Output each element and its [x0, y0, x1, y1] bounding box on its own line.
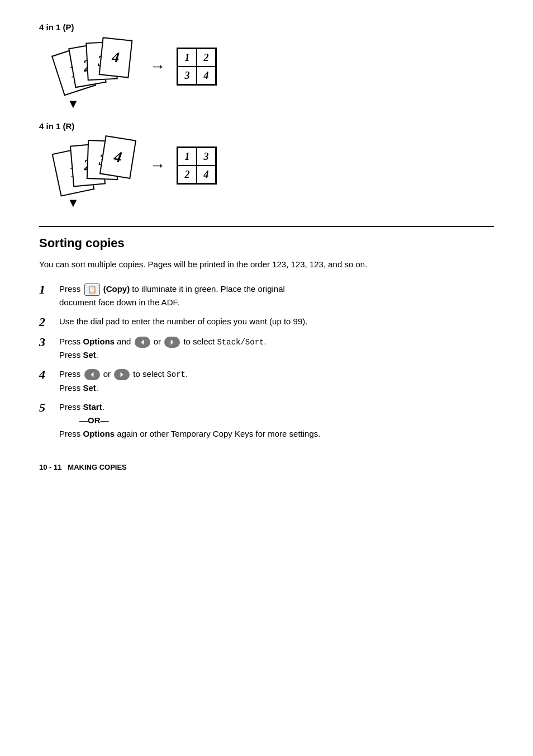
step-5: 5 Press Start. —OR— Press Options again …	[39, 400, 494, 441]
step-content-3: Press Options and or to select Stack/Sor…	[59, 335, 494, 362]
result-grid-4in1p: 1 2 3 4	[177, 48, 217, 86]
down-arrow-4in1p: ▼	[67, 97, 494, 111]
svg-marker-2	[91, 372, 93, 378]
stack-sort-code: Stack/Sort	[217, 338, 264, 347]
footer-section: MAKING COPIES	[68, 463, 126, 471]
start-label: Start	[83, 402, 102, 412]
step-num-4: 4	[39, 367, 55, 382]
page-card-r4: 4	[99, 135, 136, 179]
diagram-label-4in1p: 4 in 1 (P)	[39, 22, 494, 32]
nav-right-4	[114, 369, 130, 380]
result-grid-4in1r: 1 3 2 4	[177, 147, 217, 185]
or-line: —OR—	[79, 415, 109, 425]
step-num-5: 5	[39, 400, 55, 415]
cell-r3: 3	[197, 148, 216, 166]
diagram-section-4in1p: 4 in 1 (P) 1 2 3 4 → 1 2 3 4 ▼	[39, 22, 494, 111]
copy-button-icon	[84, 284, 100, 296]
footer-page: 10 - 11	[39, 463, 61, 471]
cell-3: 3	[178, 67, 197, 84]
cell-4: 4	[197, 67, 216, 84]
sorting-copies-section: Sorting copies You can sort multiple cop…	[39, 226, 494, 441]
step-4: 4 Press or to select Sort. Press Set.	[39, 367, 494, 394]
step-3: 3 Press Options and or to select Stack/S…	[39, 335, 494, 362]
diagram-row-4in1p: 1 2 3 4 → 1 2 3 4	[56, 39, 494, 94]
svg-marker-0	[141, 339, 144, 345]
arrow-4in1r: →	[150, 157, 165, 174]
diagram-section-4in1r: 4 in 1 (R) 1 2 3 4 → 1 3 2 4 ▼	[39, 121, 494, 210]
svg-marker-1	[171, 339, 174, 345]
down-arrow-4in1r: ▼	[67, 196, 494, 210]
step-num-3: 3	[39, 335, 55, 349]
steps-list: 1 Press (Copy) to illuminate it in green…	[39, 282, 494, 441]
page-card-4: 4	[99, 37, 133, 78]
arrow-4in1p: →	[150, 58, 165, 75]
pages-stack-4in1p: 1 2 3 4	[56, 39, 134, 94]
step-2: 2 Use the dial pad to enter the number o…	[39, 315, 494, 329]
step-content-2: Use the dial pad to enter the number of …	[59, 315, 494, 328]
options-label-5: Options	[83, 429, 115, 438]
cell-2: 2	[197, 49, 216, 67]
step-content-1: Press (Copy) to illuminate it in green. …	[59, 282, 494, 309]
step-num-1: 1	[39, 282, 55, 297]
step-num-2: 2	[39, 315, 55, 329]
section-divider	[39, 226, 494, 227]
set-label-3: Set	[83, 350, 96, 360]
diagram-row-4in1r: 1 2 3 4 → 1 3 2 4	[56, 138, 494, 193]
cell-r1: 1	[178, 148, 197, 166]
footer: 10 - 11 MAKING COPIES	[39, 463, 494, 471]
nav-left-3	[135, 337, 150, 348]
copy-label: (Copy)	[103, 284, 130, 294]
diagram-label-4in1r: 4 in 1 (R)	[39, 121, 494, 131]
step-content-5: Press Start. —OR— Press Options again or…	[59, 400, 494, 441]
options-label-3: Options	[83, 337, 115, 346]
nav-right-3	[164, 337, 180, 348]
step-1: 1 Press (Copy) to illuminate it in green…	[39, 282, 494, 309]
section-title: Sorting copies	[39, 236, 494, 251]
cell-r2: 2	[178, 166, 197, 183]
intro-text: You can sort multiple copies. Pages will…	[39, 258, 494, 271]
pages-stack-4in1r: 1 2 3 4	[56, 138, 134, 193]
sort-code: Sort	[166, 370, 185, 379]
step-content-4: Press or to select Sort. Press Set.	[59, 367, 494, 394]
nav-left-4	[84, 369, 100, 380]
cell-1: 1	[178, 49, 197, 67]
cell-r4: 4	[197, 166, 216, 183]
svg-marker-3	[121, 372, 123, 378]
set-label-4: Set	[83, 383, 96, 393]
